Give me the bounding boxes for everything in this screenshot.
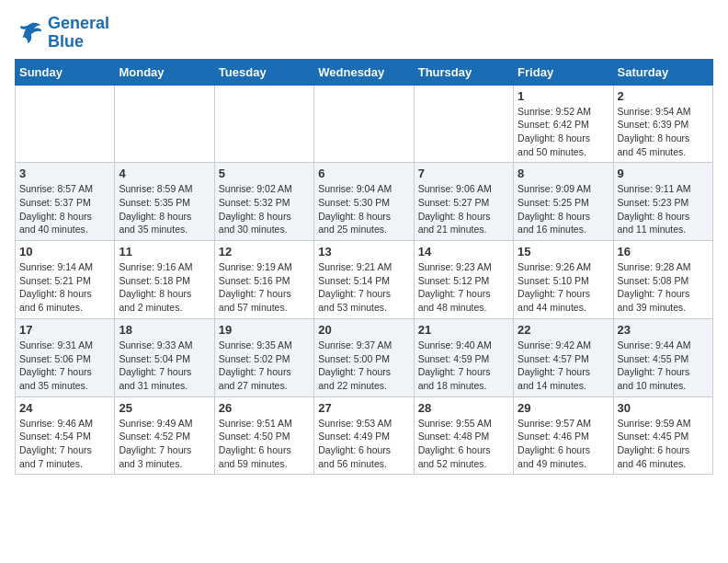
day-number: 27	[318, 401, 409, 415]
calendar-cell: 9Sunrise: 9:11 AM Sunset: 5:23 PM Daylig…	[613, 163, 712, 241]
day-info: Sunrise: 9:54 AM Sunset: 6:39 PM Dayligh…	[618, 105, 709, 159]
day-number: 26	[219, 401, 310, 415]
day-number: 28	[418, 401, 509, 415]
day-info: Sunrise: 9:16 AM Sunset: 5:18 PM Dayligh…	[119, 260, 210, 315]
day-info: Sunrise: 8:59 AM Sunset: 5:35 PM Dayligh…	[119, 182, 210, 236]
calendar-cell: 19Sunrise: 9:35 AM Sunset: 5:02 PM Dayli…	[214, 318, 313, 396]
day-number: 29	[518, 401, 609, 415]
calendar-cell: 13Sunrise: 9:21 AM Sunset: 5:14 PM Dayli…	[314, 241, 414, 319]
day-number: 23	[618, 323, 709, 337]
calendar-cell: 18Sunrise: 9:33 AM Sunset: 5:04 PM Dayli…	[115, 318, 214, 396]
day-number: 30	[618, 401, 709, 415]
logo-bird-icon	[15, 18, 44, 48]
day-number: 4	[119, 167, 210, 180]
calendar-cell	[16, 85, 115, 163]
calendar-cell: 5Sunrise: 9:02 AM Sunset: 5:32 PM Daylig…	[214, 163, 313, 241]
calendar-cell: 12Sunrise: 9:19 AM Sunset: 5:16 PM Dayli…	[214, 241, 313, 319]
day-info: Sunrise: 9:46 AM Sunset: 4:54 PM Dayligh…	[19, 417, 110, 471]
calendar-cell: 16Sunrise: 9:28 AM Sunset: 5:08 PM Dayli…	[613, 241, 712, 319]
logo-text: General Blue	[48, 15, 109, 52]
day-info: Sunrise: 9:26 AM Sunset: 5:10 PM Dayligh…	[518, 260, 609, 315]
day-info: Sunrise: 8:57 AM Sunset: 5:37 PM Dayligh…	[19, 182, 110, 236]
day-info: Sunrise: 9:53 AM Sunset: 4:49 PM Dayligh…	[318, 417, 409, 471]
day-info: Sunrise: 9:51 AM Sunset: 4:50 PM Dayligh…	[219, 417, 310, 471]
header-monday: Monday	[115, 59, 214, 85]
header-friday: Friday	[514, 59, 613, 85]
day-number: 11	[119, 245, 210, 259]
header-thursday: Thursday	[414, 59, 513, 85]
day-number: 8	[518, 167, 609, 180]
calendar-cell: 22Sunrise: 9:42 AM Sunset: 4:57 PM Dayli…	[514, 318, 613, 396]
day-info: Sunrise: 9:04 AM Sunset: 5:30 PM Dayligh…	[318, 182, 409, 236]
calendar-cell: 28Sunrise: 9:55 AM Sunset: 4:48 PM Dayli…	[414, 396, 513, 475]
day-info: Sunrise: 9:14 AM Sunset: 5:21 PM Dayligh…	[19, 260, 110, 315]
calendar-cell: 26Sunrise: 9:51 AM Sunset: 4:50 PM Dayli…	[214, 396, 313, 475]
calendar-cell: 6Sunrise: 9:04 AM Sunset: 5:30 PM Daylig…	[314, 163, 414, 241]
header-wednesday: Wednesday	[314, 59, 414, 85]
day-number: 17	[19, 323, 110, 337]
calendar-cell	[414, 85, 513, 163]
calendar-cell: 30Sunrise: 9:59 AM Sunset: 4:45 PM Dayli…	[613, 396, 712, 475]
day-number: 3	[19, 167, 110, 180]
calendar-week-row: 17Sunrise: 9:31 AM Sunset: 5:06 PM Dayli…	[16, 318, 713, 396]
calendar-cell: 7Sunrise: 9:06 AM Sunset: 5:27 PM Daylig…	[414, 163, 513, 241]
day-number: 18	[119, 323, 210, 337]
day-number: 9	[618, 167, 709, 180]
day-number: 6	[318, 167, 409, 180]
calendar-cell: 8Sunrise: 9:09 AM Sunset: 5:25 PM Daylig…	[514, 163, 613, 241]
calendar-cell: 4Sunrise: 8:59 AM Sunset: 5:35 PM Daylig…	[115, 163, 214, 241]
day-info: Sunrise: 9:21 AM Sunset: 5:14 PM Dayligh…	[318, 260, 409, 315]
day-number: 13	[318, 245, 409, 259]
day-info: Sunrise: 9:23 AM Sunset: 5:12 PM Dayligh…	[418, 260, 509, 315]
day-number: 19	[219, 323, 310, 337]
day-info: Sunrise: 9:33 AM Sunset: 5:04 PM Dayligh…	[119, 339, 210, 393]
calendar-cell: 25Sunrise: 9:49 AM Sunset: 4:52 PM Dayli…	[115, 396, 214, 475]
day-info: Sunrise: 9:35 AM Sunset: 5:02 PM Dayligh…	[219, 339, 310, 393]
calendar-week-row: 3Sunrise: 8:57 AM Sunset: 5:37 PM Daylig…	[16, 163, 713, 241]
day-number: 5	[219, 167, 310, 180]
day-info: Sunrise: 9:55 AM Sunset: 4:48 PM Dayligh…	[418, 417, 509, 471]
day-number: 14	[418, 245, 509, 259]
day-info: Sunrise: 9:02 AM Sunset: 5:32 PM Dayligh…	[219, 182, 310, 236]
day-info: Sunrise: 9:59 AM Sunset: 4:45 PM Dayligh…	[618, 417, 709, 471]
logo: General Blue	[15, 15, 109, 52]
day-info: Sunrise: 9:57 AM Sunset: 4:46 PM Dayligh…	[518, 417, 609, 471]
day-info: Sunrise: 9:52 AM Sunset: 6:42 PM Dayligh…	[518, 105, 609, 159]
calendar-cell: 2Sunrise: 9:54 AM Sunset: 6:39 PM Daylig…	[613, 85, 712, 163]
day-number: 20	[318, 323, 409, 337]
day-number: 16	[618, 245, 709, 259]
calendar-cell: 17Sunrise: 9:31 AM Sunset: 5:06 PM Dayli…	[16, 318, 115, 396]
day-number: 1	[518, 89, 609, 103]
day-number: 10	[19, 245, 110, 259]
day-info: Sunrise: 9:19 AM Sunset: 5:16 PM Dayligh…	[219, 260, 310, 315]
day-number: 2	[618, 89, 709, 103]
calendar-week-row: 10Sunrise: 9:14 AM Sunset: 5:21 PM Dayli…	[16, 241, 713, 319]
calendar-cell: 23Sunrise: 9:44 AM Sunset: 4:55 PM Dayli…	[613, 318, 712, 396]
calendar-cell: 20Sunrise: 9:37 AM Sunset: 5:00 PM Dayli…	[314, 318, 414, 396]
calendar-cell: 29Sunrise: 9:57 AM Sunset: 4:46 PM Dayli…	[514, 396, 613, 475]
page-header: General Blue	[15, 15, 713, 52]
calendar-cell: 11Sunrise: 9:16 AM Sunset: 5:18 PM Dayli…	[115, 241, 214, 319]
calendar-cell	[115, 85, 214, 163]
calendar-cell: 15Sunrise: 9:26 AM Sunset: 5:10 PM Dayli…	[514, 241, 613, 319]
day-number: 24	[19, 401, 110, 415]
calendar-week-row: 1Sunrise: 9:52 AM Sunset: 6:42 PM Daylig…	[16, 85, 713, 163]
calendar-cell: 24Sunrise: 9:46 AM Sunset: 4:54 PM Dayli…	[16, 396, 115, 475]
calendar-cell: 21Sunrise: 9:40 AM Sunset: 4:59 PM Dayli…	[414, 318, 513, 396]
calendar-cell	[214, 85, 313, 163]
day-info: Sunrise: 9:11 AM Sunset: 5:23 PM Dayligh…	[618, 182, 709, 236]
day-number: 25	[119, 401, 210, 415]
day-number: 15	[518, 245, 609, 259]
day-info: Sunrise: 9:28 AM Sunset: 5:08 PM Dayligh…	[618, 260, 709, 315]
day-info: Sunrise: 9:40 AM Sunset: 4:59 PM Dayligh…	[418, 339, 509, 393]
day-number: 12	[219, 245, 310, 259]
calendar-cell: 27Sunrise: 9:53 AM Sunset: 4:49 PM Dayli…	[314, 396, 414, 475]
day-number: 21	[418, 323, 509, 337]
header-tuesday: Tuesday	[214, 59, 313, 85]
day-number: 22	[518, 323, 609, 337]
calendar-cell: 10Sunrise: 9:14 AM Sunset: 5:21 PM Dayli…	[16, 241, 115, 319]
day-info: Sunrise: 9:42 AM Sunset: 4:57 PM Dayligh…	[518, 339, 609, 393]
day-info: Sunrise: 9:31 AM Sunset: 5:06 PM Dayligh…	[19, 339, 110, 393]
calendar-cell: 14Sunrise: 9:23 AM Sunset: 5:12 PM Dayli…	[414, 241, 513, 319]
header-sunday: Sunday	[16, 59, 115, 85]
